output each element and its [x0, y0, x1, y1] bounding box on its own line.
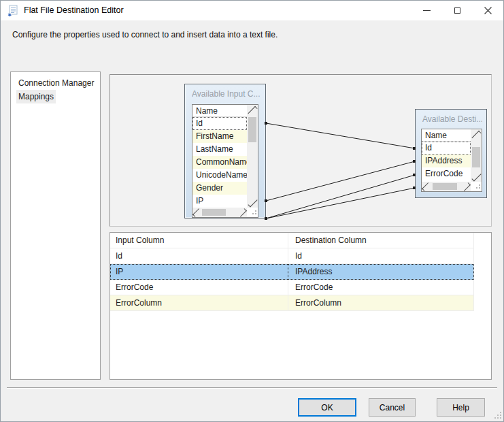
destination-horizontal-scrollbar[interactable] [422, 182, 471, 191]
column-item[interactable]: FirstName [192, 130, 247, 143]
close-icon [484, 7, 492, 14]
available-destination-columns-title: Available Desti... [422, 114, 482, 124]
mapping-table-header: Input Column Destination Column [110, 233, 474, 248]
scroll-down-button[interactable] [247, 197, 258, 208]
scroll-left-button[interactable] [422, 182, 431, 191]
resize-grip-icon [251, 210, 256, 216]
input-horizontal-scrollbar[interactable] [192, 208, 247, 217]
input-column-cell[interactable]: Id [110, 248, 288, 264]
destination-columns-name-header: Name [422, 129, 471, 142]
chevron-up-icon [471, 131, 481, 140]
mapping-connector-ip[interactable] [265, 160, 416, 202]
chevron-down-icon [248, 197, 257, 207]
vertical-scroll-thumb[interactable] [472, 147, 480, 167]
input-vertical-scrollbar[interactable] [247, 105, 258, 208]
available-input-columns-box[interactable]: Available Input C... Name IdFirstNameLas… [184, 84, 266, 218]
available-destination-columns-box[interactable]: Available Desti... Name IdIPAddressError… [415, 109, 487, 198]
input-column-cell[interactable]: IP [110, 264, 288, 280]
input-columns-list: Name IdFirstNameLastNameCommonNameUnicod… [192, 104, 258, 218]
input-column-cell[interactable]: ErrorColumn [110, 295, 288, 311]
destination-column-cell[interactable]: IPAddress [288, 264, 474, 280]
column-item[interactable]: UnicodeName [192, 169, 247, 182]
horizontal-scroll-thumb[interactable] [202, 209, 226, 216]
column-item[interactable]: CommonName [192, 156, 247, 169]
destination-column-header[interactable]: Destination Column [288, 233, 474, 248]
destination-column-cell[interactable]: Id [288, 248, 474, 264]
scroll-down-button[interactable] [471, 172, 482, 182]
destination-columns-list-rows: IdIPAddressErrorCode [422, 142, 471, 182]
close-button[interactable] [473, 1, 503, 20]
scroll-right-button[interactable] [462, 182, 471, 191]
input-column-header[interactable]: Input Column [110, 233, 288, 248]
scroll-up-button[interactable] [247, 105, 258, 115]
title-bar: Flat File Destination Editor [1, 1, 503, 20]
column-item[interactable]: ErrorCode [422, 167, 471, 180]
minimize-icon [423, 10, 431, 11]
column-item[interactable]: IPAddress [422, 155, 471, 167]
chevron-right-icon [462, 182, 471, 191]
sidebar-item-connection-manager[interactable]: Connection Manager [11, 76, 100, 90]
window-title: Flat File Destination Editor [24, 1, 124, 20]
sidebar-list: Connection ManagerMappings [10, 71, 101, 380]
mapping-row[interactable]: ErrorCodeErrorCode [110, 280, 474, 295]
scroll-right-button[interactable] [238, 208, 247, 217]
horizontal-scroll-thumb[interactable] [433, 183, 457, 190]
mapping-table-body: IdIdIPIPAddressErrorCodeErrorCodeErrorCo… [110, 248, 491, 311]
chevron-up-icon [248, 106, 257, 116]
mapping-row[interactable]: ErrorColumnErrorColumn [110, 295, 474, 311]
chevron-right-icon [238, 208, 247, 217]
chevron-left-icon [192, 208, 201, 217]
help-button[interactable]: Help [437, 398, 485, 417]
resize-grip-icon [475, 184, 480, 190]
scroll-up-button[interactable] [471, 129, 482, 140]
flat-file-destination-editor-dialog: Flat File Destination Editor Configure t… [0, 0, 504, 422]
mapping-connector-errorcode[interactable] [265, 174, 416, 220]
input-columns-name-header: Name [192, 105, 247, 117]
column-item[interactable]: Id [422, 142, 471, 155]
column-item[interactable]: Gender [192, 182, 247, 195]
sidebar-item-label: Mappings [16, 90, 56, 103]
mapping-table: Input Column Destination Column IdIdIPIP… [110, 232, 492, 380]
listbox-resize-grip[interactable] [471, 182, 482, 191]
mapping-row[interactable]: IdId [110, 248, 474, 264]
cancel-button[interactable]: Cancel [369, 398, 416, 417]
destination-column-cell[interactable]: ErrorCode [288, 280, 474, 295]
maximize-button[interactable] [442, 1, 473, 20]
column-item[interactable]: IP [192, 195, 247, 208]
minimize-button[interactable] [411, 1, 442, 20]
mapping-connector-errorcolumn[interactable] [265, 186, 416, 220]
input-column-cell[interactable]: ErrorCode [110, 280, 288, 295]
available-input-columns-title: Available Input C... [192, 89, 261, 99]
dialog-resize-grip[interactable] [493, 410, 502, 419]
input-columns-list-rows: IdFirstNameLastNameCommonNameUnicodeName… [192, 117, 247, 208]
mapping-row[interactable]: IPIPAddress [110, 264, 474, 280]
destination-columns-list: Name IdIPAddressErrorCode [421, 129, 482, 192]
sidebar-item-label: Connection Manager [16, 76, 96, 90]
mapping-diagram-panel: Available Input C... Name IdFirstNameLas… [110, 74, 492, 227]
chevron-down-icon [471, 172, 481, 181]
destination-column-cell[interactable]: ErrorColumn [288, 295, 474, 311]
listbox-resize-grip[interactable] [247, 208, 258, 217]
vertical-scroll-thumb[interactable] [248, 117, 256, 142]
ok-button[interactable]: OK [298, 398, 356, 417]
footer-divider [7, 387, 497, 389]
dialog-description: Configure the properties used to connect… [12, 30, 278, 39]
column-item[interactable]: Id [192, 117, 247, 130]
sidebar-item-mappings[interactable]: Mappings [11, 90, 100, 103]
chevron-left-icon [422, 182, 431, 191]
mapping-connector-id[interactable] [265, 122, 416, 150]
column-item[interactable]: LastName [192, 143, 247, 156]
destination-vertical-scrollbar[interactable] [471, 129, 482, 182]
scroll-left-button[interactable] [192, 208, 201, 217]
flat-file-icon [7, 5, 19, 17]
maximize-icon [454, 7, 460, 14]
